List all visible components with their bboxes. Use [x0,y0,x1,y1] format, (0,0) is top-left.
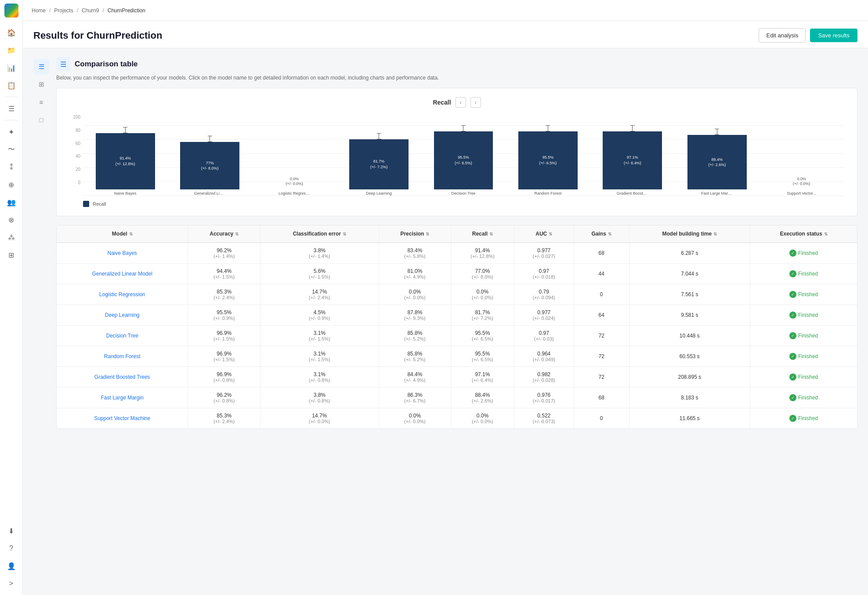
cell-gains-2: 0 [574,284,629,305]
sidebar-item-cluster[interactable]: ⁑ [4,159,19,175]
model-link-1[interactable]: Generalized Linear Model [92,271,152,277]
sidebar-item-network[interactable]: ✦ [4,124,19,140]
cell-recall-8: 0.0%(+/- 0.0%) [451,408,514,429]
content-area: ☰ ⊞ ≡ □ ☰ Comparison table Below, you ca… [23,48,868,595]
model-link-4[interactable]: Decision Tree [106,333,138,339]
status-badge-3: ✓ Finished [789,312,818,319]
cell-recall-3: 81.7%(+/- 7.2%) [451,305,514,326]
sidebar-item-scatter[interactable]: ⁂ [4,229,19,245]
model-link-7[interactable]: Fast Large Margin [101,395,143,401]
cell-precision-1: 81.0%(+/- 4.9%) [379,264,451,284]
chart-next-button[interactable]: › [470,97,481,108]
bar-4[interactable]: 95.5%(+/- 6.5%) [434,131,493,189]
sidebar-item-connect[interactable]: ⊞ [4,247,19,263]
chart-prev-button[interactable]: ‹ [456,97,466,108]
table-row: Generalized Linear Model 94.4%(+/- 1.5%)… [57,264,857,284]
sidebar-item-download[interactable]: ⬇ [4,523,19,539]
col-header-status[interactable]: Execution status ⇅ [750,225,857,243]
col-header-model[interactable]: Model ⇅ [57,225,188,243]
legend-label: Recall [93,201,106,207]
cell-recall-6: 97.1%(+/- 6.4%) [451,367,514,388]
cell-class-error-2: 14.7%(+/- 2.4%) [260,284,379,305]
cell-model-8: Support Vector Machine [57,408,188,429]
cell-build-time-2: 7.561 s [629,284,750,305]
model-link-0[interactable]: Naive Bayes [108,250,137,256]
model-link-2[interactable]: Logistic Regression [99,291,145,298]
cell-gains-4: 72 [574,326,629,346]
bar-group-1: 77%(+/- 8.0%)Generalized Linear... [167,125,252,196]
left-nav-table[interactable]: ☰ [33,59,49,75]
bar-3[interactable]: 81.7%(+/- 7.2%) [349,139,409,189]
sidebar: 🏠 📁 📊 📋 ☰ ✦ 〜 ⁑ ⊕ 👥 ⊗ ⁂ ⊞ ⬇ ? 👤 > [0,0,23,595]
cell-accuracy-3: 95.5%(+/- 0.9%) [188,305,260,326]
cell-precision-2: 0.0%(+/- 0.0%) [379,284,451,305]
col-header-build-time[interactable]: Model building time ⇅ [629,225,750,243]
left-nav-icon-4[interactable]: □ [33,112,49,127]
sidebar-item-help[interactable]: ? [4,541,19,556]
cell-build-time-1: 7.044 s [629,264,750,284]
cell-precision-6: 84.4%(+/- 4.9%) [379,367,451,388]
cell-gains-8: 0 [574,408,629,429]
sidebar-item-link[interactable]: ⊗ [4,212,19,228]
cell-build-time-0: 6.287 s [629,243,750,264]
breadcrumb-churn9[interactable]: Churn9 [82,7,99,14]
model-link-8[interactable]: Support Vector Machine [94,415,150,421]
cell-auc-5: 0.964(+/- 0.049) [514,346,574,367]
cell-status-7: ✓ Finished [750,388,857,408]
table-container: Model ⇅ Accuracy ⇅ Classification error … [56,225,857,429]
model-link-6[interactable]: Gradient Boosted Trees [94,374,150,380]
col-header-auc[interactable]: AUC ⇅ [514,225,574,243]
col-header-class-error[interactable]: Classification error ⇅ [260,225,379,243]
bar-group-2: 0.0% (+/- 0.0%)Logistic Regression [252,125,336,196]
bar-chart-area: 10080604020091.4%(+/- 12.8%)Naive Bayes7… [65,115,848,196]
cell-precision-4: 85.8%(+/- 5.2%) [379,326,451,346]
cell-build-time-5: 60.553 s [629,346,750,367]
status-badge-5: ✓ Finished [789,353,818,360]
model-link-3[interactable]: Deep Learning [105,312,140,318]
breadcrumb-home[interactable]: Home [32,7,46,14]
status-badge-0: ✓ Finished [789,250,818,257]
sidebar-item-table[interactable]: 📋 [4,77,19,93]
breadcrumb-projects[interactable]: Projects [54,7,73,14]
section-icon: ☰ [56,57,70,71]
cell-auc-8: 0.522(+/- 0.073) [514,408,574,429]
edit-analysis-button[interactable]: Edit analysis [759,28,806,43]
save-results-button[interactable]: Save results [810,29,857,42]
bar-6[interactable]: 97.1%(+/- 6.4%) [603,131,662,190]
col-header-gains[interactable]: Gains ⇅ [574,225,629,243]
bar-5[interactable]: 95.5%(+/- 6.5%) [518,131,578,189]
bar-group-5: 95.5%(+/- 6.5%)Random Forest [506,125,590,196]
cell-accuracy-5: 96.9%(+/- 1.5%) [188,346,260,367]
breadcrumb-sep-3: / [102,7,104,14]
sidebar-item-tree[interactable]: ⊕ [4,177,19,192]
cell-auc-3: 0.977(+/- 0.024) [514,305,574,326]
sidebar-item-home[interactable]: 🏠 [4,25,19,40]
bar-7[interactable]: 88.4%(+/- 2.6%) [687,135,747,189]
model-link-5[interactable]: Random Forest [104,353,141,359]
sidebar-item-persons[interactable]: 👥 [4,194,19,210]
sidebar-item-user[interactable]: 👤 [4,558,19,574]
cell-recall-0: 91.4%(+/- 12.8%) [451,243,514,264]
sidebar-item-wave[interactable]: 〜 [4,141,19,157]
left-nav-icon-2[interactable]: ⊞ [33,76,49,92]
sidebar-item-more[interactable]: > [4,576,19,591]
cell-build-time-3: 9.581 s [629,305,750,326]
sidebar-item-filter[interactable]: ☰ [4,101,19,116]
cell-build-time-8: 11.665 s [629,408,750,429]
table-row: Gradient Boosted Trees 96.9%(+/- 0.8%) 3… [57,367,857,388]
layout: ☰ ⊞ ≡ □ ☰ Comparison table Below, you ca… [33,57,857,429]
sidebar-item-projects[interactable]: 📁 [4,42,19,58]
status-badge-7: ✓ Finished [789,394,818,401]
col-header-accuracy[interactable]: Accuracy ⇅ [188,225,260,243]
bar-0[interactable]: 91.4%(+/- 12.8%) [96,133,155,189]
cell-auc-1: 0.97(+/- 0.018) [514,264,574,284]
col-header-recall[interactable]: Recall ⇅ [451,225,514,243]
col-header-precision[interactable]: Precision ⇅ [379,225,451,243]
left-nav: ☰ ⊞ ≡ □ [33,57,56,429]
left-nav-icon-3[interactable]: ≡ [33,94,49,110]
cell-model-7: Fast Large Margin [57,388,188,408]
breadcrumb-sep-1: / [49,7,51,14]
bar-1[interactable]: 77%(+/- 8.0%) [180,142,239,189]
sidebar-item-charts[interactable]: 📊 [4,60,19,76]
cell-gains-0: 68 [574,243,629,264]
